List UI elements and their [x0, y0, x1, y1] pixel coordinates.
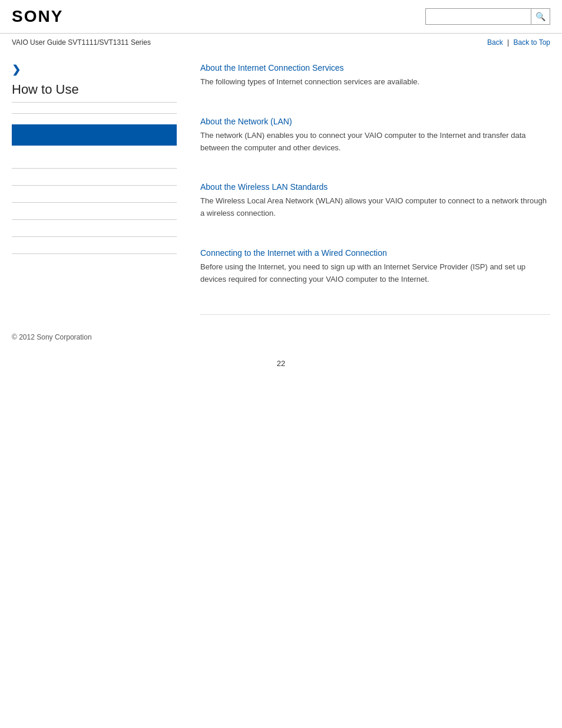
- section-body-wireless-lan: The Wireless Local Area Network (WLAN) a…: [200, 195, 550, 220]
- list-item[interactable]: [12, 169, 177, 186]
- guide-title: VAIO User Guide SVT1111/SVT1311 Series: [12, 38, 151, 47]
- section-wireless-lan: About the Wireless LAN Standards The Wir…: [200, 182, 550, 234]
- sidebar-menu: [12, 151, 177, 254]
- section-body-wired-connection: Before using the Internet, you need to s…: [200, 261, 550, 286]
- header: SONY 🔍: [0, 0, 562, 34]
- back-link[interactable]: Back: [487, 38, 503, 47]
- back-to-top-link[interactable]: Back to Top: [514, 38, 550, 47]
- section-body-network-lan: The network (LAN) enables you to connect…: [200, 130, 550, 154]
- list-item[interactable]: [12, 151, 177, 169]
- sidebar-divider-1: [12, 113, 177, 114]
- section-network-lan: About the Network (LAN) The network (LAN…: [200, 117, 550, 169]
- search-button[interactable]: 🔍: [531, 8, 550, 25]
- section-title-wireless-lan[interactable]: About the Wireless LAN Standards: [200, 182, 550, 192]
- nav-separator: |: [507, 38, 509, 47]
- section-title-network-lan[interactable]: About the Network (LAN): [200, 117, 550, 126]
- search-input[interactable]: [425, 8, 531, 25]
- sidebar: ❯ How to Use: [12, 51, 189, 315]
- section-title-internet-services[interactable]: About the Internet Connection Services: [200, 63, 550, 73]
- content-area: About the Internet Connection Services T…: [189, 51, 550, 315]
- list-item[interactable]: [12, 237, 177, 254]
- sidebar-arrow-icon[interactable]: ❯: [12, 63, 177, 76]
- section-body-internet-services: The following types of Internet connecti…: [200, 76, 550, 88]
- list-item[interactable]: [12, 186, 177, 203]
- main-container: ❯ How to Use About the Internet Connecti…: [0, 51, 562, 315]
- footer: © 2012 Sony Corporation: [0, 315, 562, 347]
- section-title-wired-connection[interactable]: Connecting to the Internet with a Wired …: [200, 248, 550, 258]
- sub-header: VAIO User Guide SVT1111/SVT1311 Series B…: [0, 34, 562, 51]
- page-number: 22: [0, 347, 562, 380]
- copyright-text: © 2012 Sony Corporation: [12, 333, 92, 341]
- sidebar-title: How to Use: [12, 82, 177, 103]
- sidebar-active-item[interactable]: [12, 124, 177, 146]
- nav-links: Back | Back to Top: [487, 38, 550, 47]
- sony-logo: SONY: [12, 7, 63, 26]
- section-internet-connection-services: About the Internet Connection Services T…: [200, 63, 550, 103]
- content-bottom-divider: [200, 314, 550, 315]
- search-icon: 🔍: [535, 12, 546, 21]
- header-search-area: 🔍: [425, 8, 550, 25]
- list-item[interactable]: [12, 203, 177, 220]
- list-item[interactable]: [12, 220, 177, 237]
- section-wired-connection: Connecting to the Internet with a Wired …: [200, 248, 550, 300]
